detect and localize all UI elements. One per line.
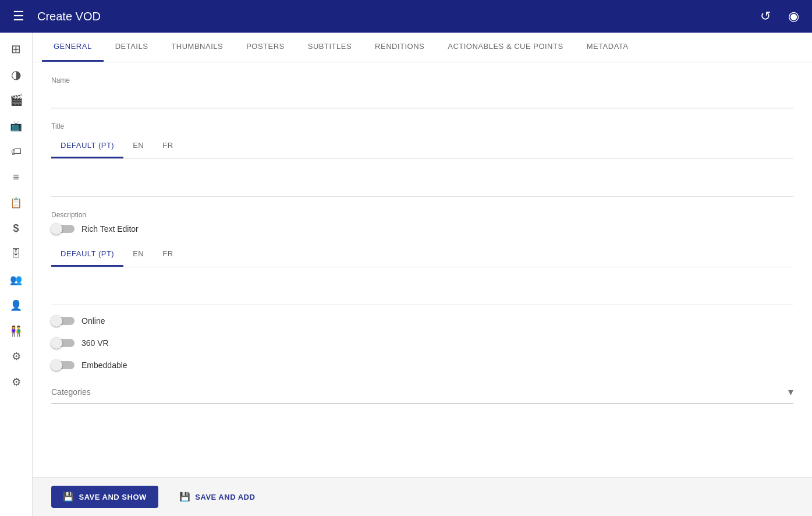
refresh-icon[interactable]	[756, 7, 775, 26]
name-input[interactable]	[51, 88, 793, 108]
rich-text-toggle-row: Rich Text Editor	[51, 222, 793, 235]
form-area: Name Title DEFAULT (PT) EN FR Descriptio…	[33, 62, 812, 477]
embeddable-label: Embeddable	[81, 361, 127, 370]
vr-row: 360 VR	[51, 337, 793, 349]
embeddable-row: Embeddable	[51, 359, 793, 372]
settings-icon: ⚙	[12, 350, 21, 363]
save-icon-1: 💾	[63, 492, 75, 502]
menu-icon[interactable]	[9, 7, 28, 26]
embeddable-toggle[interactable]	[51, 359, 75, 372]
vr-toggle-track	[51, 339, 75, 347]
tabs-bar: GENERAL DETAILS THUMBNAILS POSTERS SUBTI…	[33, 33, 812, 62]
online-toggle[interactable]	[51, 314, 75, 327]
save-and-add-button[interactable]: 💾 SAVE AND ADD	[168, 486, 267, 508]
tab-posters[interactable]: POSTERS	[235, 33, 296, 62]
tab-subtitles[interactable]: SUBTITLES	[296, 33, 363, 62]
embeddable-toggle-thumb	[51, 359, 62, 371]
bottom-bar: 💾 SAVE AND SHOW 💾 SAVE AND ADD	[33, 477, 812, 516]
online-row: Online	[51, 314, 793, 327]
title-lang-tabs: DEFAULT (PT) EN FR	[51, 134, 793, 159]
person-icon: 👤	[10, 299, 22, 312]
title-group: Title DEFAULT (PT) EN FR	[51, 122, 793, 197]
sidebar-item-people2[interactable]: 👫	[5, 319, 28, 342]
people-icon: 👥	[10, 274, 22, 286]
topbar: Create VOD	[0, 0, 812, 33]
tab-metadata[interactable]: METADATA	[575, 33, 640, 62]
page-title: Create VOD	[37, 10, 747, 23]
title-label: Title	[51, 122, 793, 130]
chart-icon	[11, 68, 21, 82]
sidebar-item-book-video[interactable]: 📋	[5, 191, 28, 214]
dollar-icon: $	[13, 222, 19, 235]
video-icon: 🎬	[10, 94, 23, 107]
content-area: GENERAL DETAILS THUMBNAILS POSTERS SUBTI…	[33, 33, 812, 516]
vr-toggle[interactable]	[51, 337, 75, 349]
sidebar-item-people[interactable]: 👥	[5, 268, 28, 291]
main-layout: 🎬 📺 🏷 ≡ 📋 $ 🗄 👥 👤 👫 ⚙	[0, 33, 812, 516]
dropdown-arrow-icon: ▾	[788, 386, 793, 398]
storage-icon: 🗄	[11, 248, 21, 260]
sidebar-item-chart[interactable]	[5, 63, 28, 86]
title-lang-tab-fr[interactable]: FR	[153, 134, 182, 158]
vr-label: 360 VR	[81, 338, 109, 348]
tab-details[interactable]: DETAILS	[104, 33, 160, 62]
title-lang-tab-en[interactable]: EN	[123, 134, 153, 158]
description-label: Description	[51, 211, 793, 219]
description-lang-tabs: DEFAULT (PT) EN FR	[51, 242, 793, 267]
save-icon-2: 💾	[179, 492, 191, 502]
rich-text-editor-label: Rich Text Editor	[81, 224, 139, 234]
tab-renditions[interactable]: RENDITIONS	[363, 33, 436, 62]
sidebar-item-dollar[interactable]: $	[5, 217, 28, 240]
title-divider	[51, 196, 793, 197]
online-toggle-track	[51, 317, 75, 325]
book-video-icon: 📋	[10, 197, 22, 209]
title-lang-tab-default[interactable]: DEFAULT (PT)	[51, 134, 123, 158]
online-toggle-thumb	[51, 315, 62, 327]
name-label: Name	[51, 76, 793, 84]
toggle-track	[51, 225, 75, 233]
desc-divider	[51, 305, 793, 305]
sidebar-item-storage[interactable]: 🗄	[5, 242, 28, 266]
save-and-show-label: SAVE AND SHOW	[79, 493, 147, 501]
desc-lang-tab-fr[interactable]: FR	[153, 242, 182, 267]
sidebar-item-list[interactable]: ≡	[5, 165, 28, 189]
user-tag-icon: 🏷	[11, 146, 22, 158]
settings2-icon: ⚙	[12, 376, 21, 388]
tv-icon: 📺	[10, 120, 22, 132]
save-and-add-label: SAVE AND ADD	[195, 493, 255, 501]
dashboard-icon	[11, 42, 21, 56]
list-icon: ≡	[13, 171, 19, 183]
save-and-show-button[interactable]: 💾 SAVE AND SHOW	[51, 486, 158, 508]
name-group: Name	[51, 76, 793, 108]
toggle-thumb	[51, 223, 62, 235]
sidebar-item-user-tag[interactable]: 🏷	[5, 140, 28, 163]
desc-lang-tab-default[interactable]: DEFAULT (PT)	[51, 242, 123, 267]
desc-lang-tab-en[interactable]: EN	[123, 242, 153, 267]
sidebar-item-tv[interactable]: 📺	[5, 114, 28, 137]
account-icon[interactable]	[784, 7, 803, 26]
categories-dropdown[interactable]: Categories ▾	[51, 381, 793, 404]
sidebar-item-video[interactable]: 🎬	[5, 89, 28, 112]
online-label: Online	[81, 316, 105, 326]
sidebar-item-person[interactable]: 👤	[5, 294, 28, 317]
tab-thumbnails[interactable]: THUMBNAILS	[159, 33, 235, 62]
sidebar-item-settings2[interactable]: ⚙	[5, 370, 28, 394]
categories-label: Categories	[51, 387, 91, 397]
embeddable-toggle-track	[51, 361, 75, 369]
sidebar-item-dashboard[interactable]	[5, 37, 28, 61]
sidebar-item-settings[interactable]: ⚙	[5, 345, 28, 368]
tab-general[interactable]: GENERAL	[42, 33, 104, 62]
description-group: Description Rich Text Editor DEFAULT (PT…	[51, 211, 793, 305]
sidebar: 🎬 📺 🏷 ≡ 📋 $ 🗄 👥 👤 👫 ⚙	[0, 33, 33, 516]
tab-actionables[interactable]: ACTIONABLES & CUE POINTS	[436, 33, 575, 62]
people2-icon: 👫	[10, 325, 22, 337]
rich-text-toggle[interactable]	[51, 222, 75, 235]
vr-toggle-thumb	[51, 337, 62, 349]
